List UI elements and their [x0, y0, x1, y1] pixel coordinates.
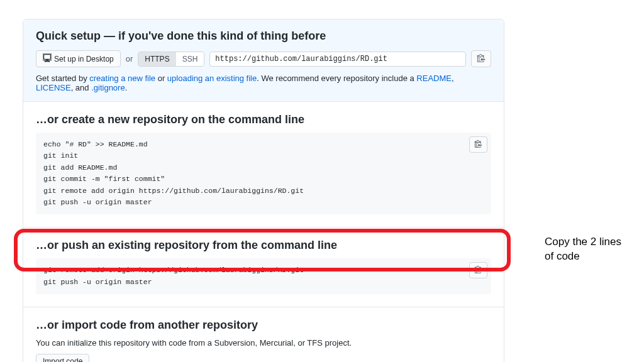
push-repo-section: …or push an existing repository from the… — [23, 228, 504, 307]
svg-rect-2 — [45, 60, 50, 61]
ssh-toggle[interactable]: SSH — [176, 52, 204, 66]
gitignore-link[interactable]: .gitignore — [91, 83, 125, 92]
create-repo-heading: …or create a new repository on the comma… — [36, 113, 491, 126]
quick-setup-section: Quick setup — if you've done this kind o… — [23, 19, 504, 102]
readme-link[interactable]: README — [416, 74, 452, 83]
import-code-desc: You can initialize this repository with … — [36, 338, 491, 348]
svg-rect-0 — [43, 54, 50, 59]
or-text: or — [126, 54, 133, 63]
import-code-section: …or import code from another repository … — [23, 307, 504, 362]
annotation-text: Copy the 2 lines of code — [545, 235, 633, 264]
clone-protocol-toggle: HTTPS SSH — [138, 52, 204, 67]
clipboard-icon — [474, 265, 482, 275]
quick-setup-hint: Get started by creating a new file or up… — [36, 74, 491, 92]
license-link[interactable]: LICENSE — [36, 83, 71, 92]
clone-url-input[interactable] — [209, 52, 466, 67]
copy-create-code-button[interactable] — [469, 136, 487, 153]
desktop-icon — [43, 53, 52, 64]
create-repo-section: …or create a new repository on the comma… — [23, 102, 504, 228]
repo-setup-panel: Quick setup — if you've done this kind o… — [23, 19, 504, 362]
clipboard-icon — [477, 53, 486, 64]
push-repo-heading: …or push an existing repository from the… — [36, 239, 491, 252]
quick-setup-heading: Quick setup — if you've done this kind o… — [36, 30, 491, 43]
create-repo-code: echo "# RD" >> README.md git init git ad… — [36, 133, 491, 214]
creating-new-file-link[interactable]: creating a new file — [89, 74, 155, 83]
https-toggle[interactable]: HTTPS — [138, 52, 175, 66]
push-repo-code: git remote add origin https://github.com… — [36, 258, 491, 294]
setup-row: Set up in Desktop or HTTPS SSH — [36, 50, 491, 67]
clipboard-icon — [474, 140, 482, 150]
import-code-heading: …or import code from another repository — [36, 319, 491, 332]
uploading-existing-file-link[interactable]: uploading an existing file — [167, 74, 257, 83]
import-code-button[interactable]: Import code — [36, 354, 89, 362]
copy-url-button[interactable] — [471, 50, 491, 67]
copy-push-code-button[interactable] — [469, 262, 487, 278]
desktop-btn-label: Set up in Desktop — [54, 55, 114, 63]
svg-rect-1 — [46, 60, 48, 61]
set-up-desktop-button[interactable]: Set up in Desktop — [36, 50, 121, 67]
